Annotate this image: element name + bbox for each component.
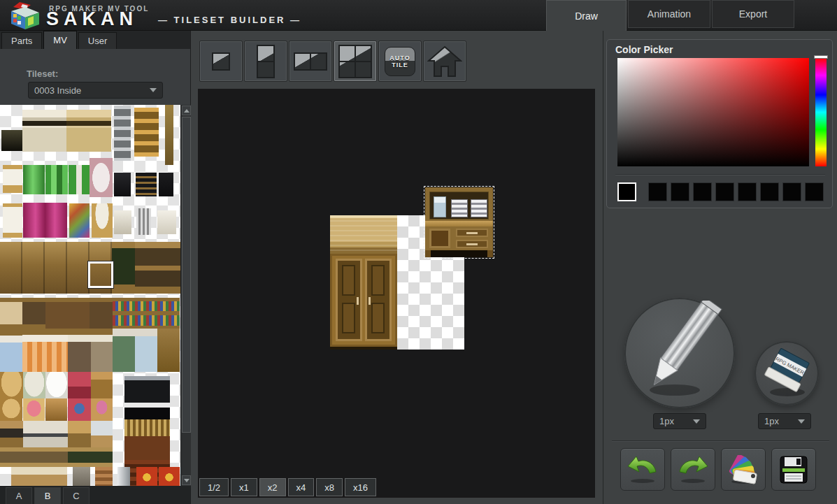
palette-tile-shelf-pantry[interactable] — [135, 242, 180, 294]
palette-tile-ladder-wood-dark-tile[interactable] — [136, 173, 157, 196]
palette-tile-cylinder-metal[interactable] — [117, 467, 130, 486]
palette-tab-parts[interactable]: Parts — [1, 32, 42, 49]
palette-tile-curtain-green-b[interactable] — [45, 165, 68, 194]
palette-tile-shelf-bar-a[interactable] — [0, 447, 68, 467]
header-tab-draw[interactable]: Draw — [546, 0, 627, 31]
color-swatch[interactable] — [782, 182, 801, 201]
palette-tile-window-tall[interactable] — [3, 203, 22, 238]
palette-tile-counter-board[interactable] — [68, 421, 91, 447]
color-swatch[interactable] — [715, 182, 734, 201]
palette-tile-bracket-shelf[interactable] — [114, 210, 131, 234]
color-swatch[interactable] — [805, 182, 824, 201]
current-color-swatch[interactable] — [617, 182, 636, 201]
palette-tile-table-small[interactable] — [0, 398, 22, 421]
tileset-dropdown[interactable]: 0003 Inside — [28, 82, 163, 99]
palette-tile-curtain-green-c[interactable] — [69, 165, 90, 194]
palette-tile-counter-stove[interactable] — [0, 421, 23, 447]
palette-tile-piano-black[interactable] — [124, 376, 170, 419]
palette-page-tab-b[interactable]: B — [34, 487, 61, 504]
palette-tile-shelf-bar-b[interactable] — [68, 447, 113, 467]
palette-tile-table-round-wood[interactable] — [0, 372, 23, 398]
toolbar-button-tile-1x2[interactable] — [244, 41, 287, 82]
toolbar-button-tile-2x1[interactable] — [289, 41, 332, 82]
palette-tile-counter-mirror[interactable] — [91, 421, 113, 447]
palette-tile-rope-dark-tile[interactable] — [159, 173, 173, 196]
selection-marquee[interactable] — [424, 186, 494, 259]
palette-tile-rope-hook[interactable] — [165, 105, 173, 165]
palette-tile-table-round-white[interactable] — [45, 372, 68, 398]
toolbar-button-auto-tile[interactable]: AUTOTILE — [378, 41, 422, 82]
palette-tile-shelf-bread[interactable] — [0, 298, 22, 329]
palette-tile-ladder-metal[interactable] — [114, 106, 131, 161]
palette-tile-table-red-cloth[interactable] — [68, 372, 91, 398]
palette-tile-shelf-plain[interactable] — [157, 210, 176, 234]
saturation-value-gradient[interactable] — [617, 58, 809, 166]
palette-tile-curtain-green-a[interactable] — [23, 165, 45, 194]
palette-tile-counter-long[interactable] — [11, 467, 67, 486]
palette-tile-bookshelf-tan[interactable] — [66, 110, 111, 152]
palette-tile-ladder-wood[interactable] — [134, 108, 159, 157]
eraser-size-dropdown[interactable]: 1px — [758, 413, 811, 429]
pencil-tool-button[interactable] — [624, 298, 735, 408]
palette-tile-bed-orange-striped[interactable] — [22, 329, 68, 372]
color-palette-button[interactable] — [721, 448, 766, 491]
scroll-down-button[interactable] — [182, 475, 191, 485]
palette-tile-table-cake-pink[interactable] — [23, 398, 45, 421]
zoom-button-x16[interactable]: x16 — [345, 478, 376, 496]
palette-tile-mirror-ornate[interactable] — [90, 158, 113, 197]
hue-strip[interactable] — [815, 58, 827, 166]
palette-tile-shelf-cans[interactable] — [90, 298, 113, 329]
zoom-button-x8[interactable]: x8 — [316, 478, 343, 496]
palette-tile-stained-glass[interactable] — [69, 203, 90, 238]
palette-tile-bed-blue[interactable] — [0, 329, 22, 372]
palette-tile-window-arch[interactable] — [92, 203, 113, 238]
color-swatch[interactable] — [760, 182, 779, 201]
undo-button[interactable] — [620, 448, 665, 491]
palette-tile-shelf-bottles-green[interactable] — [112, 242, 135, 294]
color-swatch[interactable] — [738, 182, 757, 201]
palette-tab-mv[interactable]: MV — [43, 31, 77, 49]
palette-tile-shelf-goods[interactable] — [22, 298, 45, 329]
zoom-button-x4[interactable]: x4 — [288, 478, 315, 496]
toolbar-button-tile-1x1[interactable] — [199, 41, 243, 82]
toolbar-button-tile-2x2[interactable] — [334, 41, 377, 82]
tile-palette[interactable] — [0, 105, 180, 486]
palette-tile-banner-red-a[interactable] — [136, 467, 157, 486]
eraser-tool-button[interactable]: RPG MAKER — [754, 341, 819, 405]
palette-tile-shelf-toys[interactable] — [45, 298, 90, 329]
palette-page-tab-a[interactable]: A — [6, 487, 32, 504]
hue-cursor[interactable] — [814, 55, 828, 59]
header-tab-export[interactable]: Export — [712, 0, 794, 28]
palette-tile-ladder-dark-tile[interactable] — [114, 173, 131, 196]
palette-tile-dark-window[interactable] — [1, 130, 22, 151]
palette-tile-table-plate-blue[interactable] — [68, 398, 91, 421]
palette-tab-user[interactable]: User — [78, 32, 117, 49]
zoom-button-x2[interactable]: x2 — [259, 478, 286, 496]
palette-tile-sleeping-bag-green[interactable] — [113, 329, 135, 372]
zoom-button-x1[interactable]: x1 — [231, 478, 257, 496]
palette-tile-bed-taupe[interactable] — [91, 329, 113, 372]
palette-tile-pillar-stone[interactable] — [73, 467, 90, 486]
palette-tile-organ-pipes[interactable] — [124, 419, 170, 461]
palette-tile-tall-cabinet-door[interactable] — [157, 329, 180, 372]
palette-tile-coil-spring[interactable] — [136, 208, 151, 235]
palette-tile-counter-sink[interactable] — [23, 421, 68, 447]
scroll-up-button[interactable] — [182, 106, 191, 115]
palette-tile-bookshelf-color-books[interactable] — [113, 298, 180, 329]
palette-tile-bookshelf-cream[interactable] — [22, 110, 66, 152]
palette-tile-bed-pale-blue[interactable] — [135, 329, 157, 372]
pencil-size-dropdown[interactable]: 1px — [653, 413, 706, 429]
palette-tile-table-wood-sq[interactable] — [91, 372, 113, 398]
placed-tile-wardrobe[interactable] — [330, 215, 397, 350]
header-tab-animation[interactable]: Animation — [628, 0, 710, 28]
zoom-button-1-2[interactable]: 1/2 — [199, 478, 229, 496]
redo-button[interactable] — [671, 448, 715, 491]
palette-tile-table-cloth-sage[interactable] — [23, 372, 45, 398]
palette-scrollbar[interactable] — [180, 105, 191, 486]
palette-tile-banner-red-b[interactable] — [159, 467, 180, 486]
palette-tile-table-flowers[interactable] — [91, 398, 113, 421]
drawing-canvas[interactable]: 1/2x1x2x4x8x16 — [198, 89, 595, 498]
palette-tile-stool-wood[interactable] — [45, 398, 67, 421]
palette-page-tab-c[interactable]: C — [63, 487, 90, 504]
palette-tile-bed-brown[interactable] — [68, 329, 91, 372]
